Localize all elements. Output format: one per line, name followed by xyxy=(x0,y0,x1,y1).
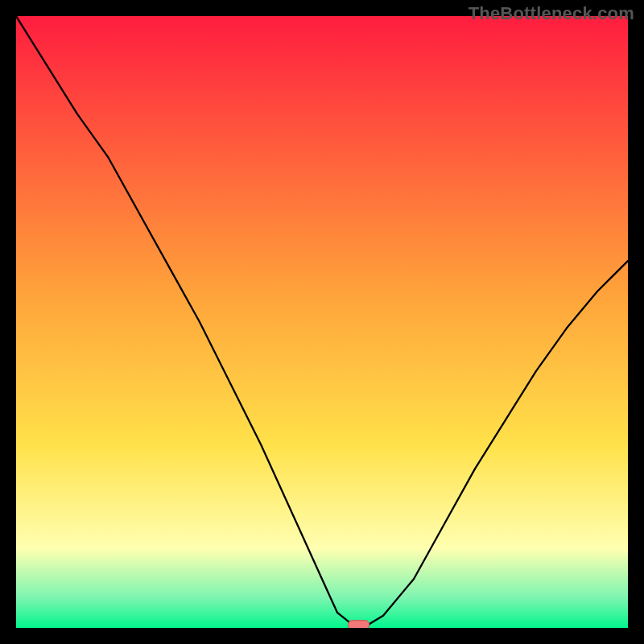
optimum-marker xyxy=(349,621,369,628)
chart-svg xyxy=(16,16,628,628)
watermark-text: TheBottleneck.com xyxy=(469,3,634,24)
plot-area xyxy=(16,16,628,628)
gradient-rect xyxy=(16,16,628,628)
chart-frame: TheBottleneck.com xyxy=(0,0,644,644)
